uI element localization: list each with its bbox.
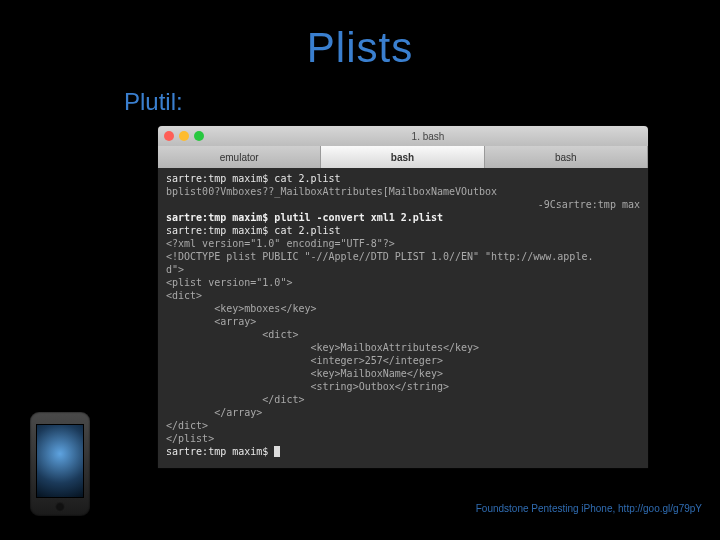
window-controls — [164, 131, 204, 141]
phone-graphic — [30, 412, 90, 516]
titlebar: 1. bash — [158, 126, 648, 146]
phone-screen — [36, 424, 84, 498]
close-icon[interactable] — [164, 131, 174, 141]
window-title: 1. bash — [214, 131, 642, 142]
zoom-icon[interactable] — [194, 131, 204, 141]
slide-subtitle: Plutil: — [124, 88, 183, 116]
phone-body — [30, 412, 90, 516]
tab-bash[interactable]: bash — [485, 146, 648, 168]
slide: Plists Plutil: 1. bash emulator bash bas… — [0, 0, 720, 540]
terminal-body: sartre:tmp maxim$ cat 2.plistbplist00?Vm… — [158, 168, 648, 462]
minimize-icon[interactable] — [179, 131, 189, 141]
slide-title: Plists — [0, 24, 720, 72]
credit-text: Foundstone Pentesting iPhone, http://goo… — [476, 503, 702, 514]
terminal-window: 1. bash emulator bash bash sartre:tmp ma… — [158, 126, 648, 468]
phone-home-button — [55, 502, 65, 512]
tab-row: emulator bash bash — [158, 146, 648, 168]
tab-bash-active[interactable]: bash — [321, 146, 484, 168]
tab-emulator[interactable]: emulator — [158, 146, 321, 168]
